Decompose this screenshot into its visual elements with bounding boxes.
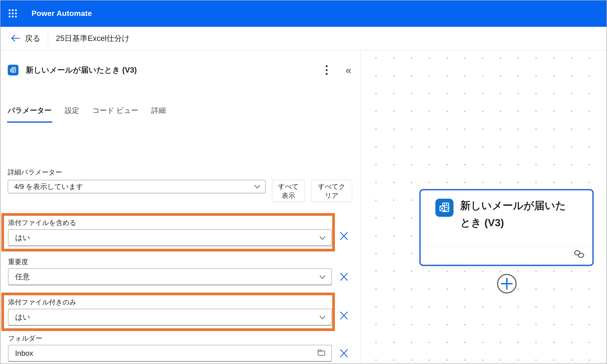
folder-input[interactable]: Inbox bbox=[8, 345, 332, 362]
back-button[interactable]: 戻る bbox=[11, 27, 40, 50]
divider bbox=[48, 31, 48, 46]
chevron-down-icon bbox=[254, 182, 260, 191]
field-label: 添付ファイルを含める bbox=[8, 218, 332, 227]
main-area: 新しいメールが届いたとき (V3) « パラメーター 設定 コード ビュー 詳細 bbox=[0, 50, 607, 364]
field-value: はい bbox=[15, 312, 30, 322]
show-all-button[interactable]: すべて 表示 bbox=[272, 180, 305, 202]
field-label: 添付ファイル付きのみ bbox=[8, 298, 332, 307]
x-icon bbox=[340, 272, 348, 281]
field-importance: 重要度 任意 bbox=[0, 256, 361, 285]
dropdown-value: 4/9 を表示しています bbox=[14, 182, 83, 191]
back-label: 戻る bbox=[25, 33, 40, 44]
x-icon bbox=[340, 349, 348, 358]
field-label: フォルダー bbox=[8, 334, 332, 343]
app-title: Power Automate bbox=[32, 9, 92, 18]
chevron-down-icon bbox=[319, 313, 325, 321]
tab-parameters[interactable]: パラメーター bbox=[8, 106, 52, 123]
divider bbox=[421, 247, 593, 247]
advanced-parameters-dropdown[interactable]: 4/9 を表示しています bbox=[8, 180, 266, 193]
advanced-parameters-row: 4/9 を表示しています すべて 表示 すべてク リア bbox=[8, 180, 353, 202]
x-icon bbox=[340, 311, 348, 320]
flow-title: 25日基準Excel仕分け bbox=[56, 33, 130, 44]
clear-field-button[interactable] bbox=[339, 231, 349, 241]
field-value: はい bbox=[15, 233, 30, 243]
clear-field-button[interactable] bbox=[339, 311, 349, 321]
more-options-button[interactable] bbox=[321, 65, 332, 76]
importance-select[interactable]: 任意 bbox=[8, 268, 332, 285]
chevron-down-icon bbox=[319, 273, 325, 281]
app-launcher-icon[interactable] bbox=[9, 9, 17, 17]
app-header: Power Automate bbox=[0, 0, 607, 27]
double-chevron-left-icon: « bbox=[346, 65, 351, 75]
include-attachments-select[interactable]: はい bbox=[8, 229, 332, 246]
only-with-attachments-select[interactable]: はい bbox=[8, 309, 332, 325]
field-only-with-attachments: 添付ファイル付きのみ はい bbox=[0, 293, 361, 331]
plus-icon bbox=[501, 278, 513, 290]
flow-canvas[interactable]: 新しいメールが届いた とき (V3) bbox=[361, 50, 607, 364]
parameter-fields: 添付ファイルを含める はい bbox=[0, 213, 361, 364]
breadcrumb-bar: 戻る 25日基準Excel仕分け bbox=[0, 27, 607, 50]
tab-settings[interactable]: 設定 bbox=[65, 106, 79, 123]
panel-header: 新しいメールが届いたとき (V3) « bbox=[8, 65, 354, 76]
advanced-parameters-label: 詳細パラメーター bbox=[8, 168, 361, 177]
trigger-panel-title: 新しいメールが届いたとき (V3) bbox=[26, 65, 137, 75]
field-value: Inbox bbox=[15, 349, 33, 357]
field-label: 重要度 bbox=[8, 257, 332, 266]
folder-icon[interactable] bbox=[317, 349, 325, 358]
trigger-card[interactable]: 新しいメールが届いた とき (V3) bbox=[419, 189, 594, 266]
tab-bar: パラメーター 設定 コード ビュー 詳細 bbox=[8, 106, 361, 123]
x-icon bbox=[340, 232, 348, 241]
back-arrow-icon bbox=[11, 34, 20, 43]
add-action-button[interactable] bbox=[497, 274, 517, 293]
collapse-panel-button[interactable]: « bbox=[343, 65, 354, 76]
field-value: 任意 bbox=[15, 272, 30, 282]
field-folder: フォルダー Inbox bbox=[0, 333, 361, 362]
highlight-annotation-box: 添付ファイルを含める はい bbox=[1, 213, 335, 251]
field-include-attachments: 添付ファイルを含める はい bbox=[0, 213, 361, 251]
trigger-card-title: 新しいメールが届いた とき (V3) bbox=[460, 197, 588, 231]
chevron-down-icon bbox=[319, 234, 325, 242]
outlook-icon bbox=[8, 65, 18, 76]
highlight-annotation-box: 添付ファイル付きのみ はい bbox=[1, 293, 335, 331]
clear-field-button[interactable] bbox=[339, 348, 349, 358]
outlook-icon bbox=[435, 199, 454, 217]
clear-all-button[interactable]: すべてク リア bbox=[311, 180, 352, 202]
link-icon bbox=[574, 250, 585, 259]
trigger-config-panel: 新しいメールが届いたとき (V3) « パラメーター 設定 コード ビュー 詳細 bbox=[0, 50, 361, 364]
tab-details[interactable]: 詳細 bbox=[151, 106, 166, 123]
tab-code-view[interactable]: コード ビュー bbox=[92, 106, 138, 123]
clear-field-button[interactable] bbox=[339, 272, 349, 282]
